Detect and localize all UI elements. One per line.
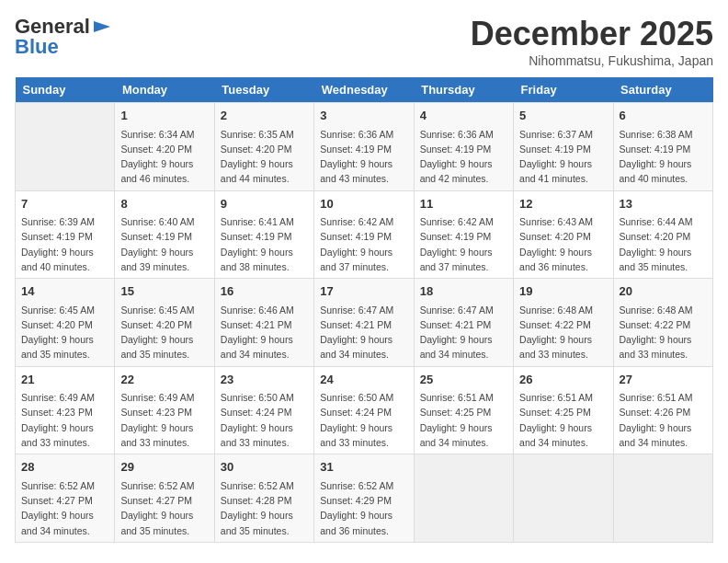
calendar-cell: 23Sunrise: 6:50 AMSunset: 4:24 PMDayligh… — [214, 366, 313, 454]
day-number: 3 — [320, 107, 407, 125]
calendar-cell: 27Sunrise: 6:51 AMSunset: 4:26 PMDayligh… — [613, 366, 712, 454]
calendar-cell: 19Sunrise: 6:48 AMSunset: 4:22 PMDayligh… — [514, 279, 613, 367]
day-info: Sunrise: 6:45 AMSunset: 4:20 PMDaylight:… — [21, 303, 108, 362]
day-info: Sunrise: 6:37 AMSunset: 4:19 PMDaylight:… — [519, 127, 607, 187]
column-header-friday: Friday — [514, 77, 613, 103]
day-number: 9 — [221, 195, 308, 213]
day-number: 15 — [120, 282, 208, 301]
logo-arrow-icon — [92, 17, 112, 36]
day-info: Sunrise: 6:43 AMSunset: 4:20 PMDaylight:… — [519, 214, 607, 274]
calendar-cell: 25Sunrise: 6:51 AMSunset: 4:25 PMDayligh… — [414, 366, 513, 454]
calendar-cell: 11Sunrise: 6:42 AMSunset: 4:19 PMDayligh… — [414, 190, 513, 279]
calendar-cell: 3Sunrise: 6:36 AMSunset: 4:19 PMDaylight… — [314, 103, 414, 191]
day-number: 23 — [221, 371, 308, 389]
day-number: 14 — [21, 282, 108, 301]
calendar-cell: 29Sunrise: 6:52 AMSunset: 4:27 PMDayligh… — [115, 454, 214, 543]
day-info: Sunrise: 6:44 AMSunset: 4:20 PMDaylight:… — [620, 214, 707, 274]
column-header-thursday: Thursday — [414, 77, 513, 103]
day-number: 8 — [120, 195, 208, 213]
day-number: 28 — [21, 458, 108, 477]
day-info: Sunrise: 6:42 AMSunset: 4:19 PMDaylight:… — [420, 214, 507, 274]
calendar-cell: 24Sunrise: 6:50 AMSunset: 4:24 PMDayligh… — [314, 366, 414, 454]
day-number: 17 — [320, 282, 407, 301]
day-number: 7 — [21, 195, 108, 213]
calendar-header-row: SundayMondayTuesdayWednesdayThursdayFrid… — [16, 77, 713, 103]
logo: General Blue — [15, 15, 112, 59]
calendar-cell: 5Sunrise: 6:37 AMSunset: 4:19 PMDaylight… — [514, 103, 613, 191]
day-info: Sunrise: 6:51 AMSunset: 4:26 PMDaylight:… — [620, 390, 707, 450]
calendar-cell: 2Sunrise: 6:35 AMSunset: 4:20 PMDaylight… — [214, 103, 313, 191]
calendar-week-row: 21Sunrise: 6:49 AMSunset: 4:23 PMDayligh… — [16, 366, 713, 454]
calendar-cell: 6Sunrise: 6:38 AMSunset: 4:19 PMDaylight… — [613, 103, 712, 191]
day-info: Sunrise: 6:52 AMSunset: 4:28 PMDaylight:… — [221, 478, 308, 538]
day-info: Sunrise: 6:47 AMSunset: 4:21 PMDaylight:… — [320, 303, 407, 362]
day-number: 29 — [120, 458, 208, 477]
day-info: Sunrise: 6:36 AMSunset: 4:19 PMDaylight:… — [420, 127, 507, 187]
calendar-cell: 12Sunrise: 6:43 AMSunset: 4:20 PMDayligh… — [514, 190, 613, 279]
day-number: 4 — [420, 107, 507, 125]
day-number: 1 — [120, 107, 208, 125]
column-header-saturday: Saturday — [613, 77, 712, 103]
day-info: Sunrise: 6:41 AMSunset: 4:19 PMDaylight:… — [221, 214, 308, 274]
day-info: Sunrise: 6:36 AMSunset: 4:19 PMDaylight:… — [320, 127, 407, 187]
column-header-wednesday: Wednesday — [314, 77, 414, 103]
day-number: 24 — [320, 371, 407, 389]
day-info: Sunrise: 6:49 AMSunset: 4:23 PMDaylight:… — [21, 390, 108, 450]
column-header-sunday: Sunday — [16, 77, 115, 103]
day-number: 5 — [519, 107, 607, 125]
title-block: December 2025 Nihommatsu, Fukushima, Jap… — [471, 15, 713, 68]
day-number: 13 — [620, 195, 707, 213]
day-number: 12 — [519, 195, 607, 213]
day-info: Sunrise: 6:35 AMSunset: 4:20 PMDaylight:… — [221, 127, 308, 187]
day-info: Sunrise: 6:47 AMSunset: 4:21 PMDaylight:… — [420, 303, 507, 362]
calendar-cell: 28Sunrise: 6:52 AMSunset: 4:27 PMDayligh… — [16, 454, 115, 543]
day-info: Sunrise: 6:51 AMSunset: 4:25 PMDaylight:… — [519, 390, 607, 450]
day-number: 18 — [420, 282, 507, 301]
calendar-cell: 13Sunrise: 6:44 AMSunset: 4:20 PMDayligh… — [613, 190, 712, 279]
calendar-cell: 30Sunrise: 6:52 AMSunset: 4:28 PMDayligh… — [214, 454, 313, 543]
calendar-cell: 8Sunrise: 6:40 AMSunset: 4:19 PMDaylight… — [115, 190, 214, 279]
calendar-week-row: 7Sunrise: 6:39 AMSunset: 4:19 PMDaylight… — [16, 190, 713, 279]
calendar-cell — [613, 454, 712, 543]
day-number: 6 — [620, 107, 707, 125]
day-info: Sunrise: 6:45 AMSunset: 4:20 PMDaylight:… — [120, 303, 208, 362]
day-number: 27 — [620, 371, 707, 389]
day-info: Sunrise: 6:34 AMSunset: 4:20 PMDaylight:… — [120, 127, 208, 187]
calendar-cell: 15Sunrise: 6:45 AMSunset: 4:20 PMDayligh… — [115, 279, 214, 367]
day-info: Sunrise: 6:52 AMSunset: 4:27 PMDaylight:… — [120, 478, 208, 538]
calendar-cell — [514, 454, 613, 543]
day-info: Sunrise: 6:39 AMSunset: 4:19 PMDaylight:… — [21, 214, 108, 274]
calendar-cell: 20Sunrise: 6:48 AMSunset: 4:22 PMDayligh… — [613, 279, 712, 367]
calendar-body: 1Sunrise: 6:34 AMSunset: 4:20 PMDaylight… — [16, 103, 713, 543]
day-number: 10 — [320, 195, 407, 213]
calendar-table: SundayMondayTuesdayWednesdayThursdayFrid… — [15, 77, 713, 543]
day-number: 31 — [320, 458, 407, 477]
day-info: Sunrise: 6:40 AMSunset: 4:19 PMDaylight:… — [120, 214, 208, 274]
day-number: 25 — [420, 371, 507, 389]
day-number: 21 — [21, 371, 108, 389]
calendar-cell: 17Sunrise: 6:47 AMSunset: 4:21 PMDayligh… — [314, 279, 414, 367]
day-number: 22 — [120, 371, 208, 389]
day-info: Sunrise: 6:38 AMSunset: 4:19 PMDaylight:… — [620, 127, 707, 187]
day-info: Sunrise: 6:52 AMSunset: 4:27 PMDaylight:… — [21, 478, 108, 538]
calendar-week-row: 1Sunrise: 6:34 AMSunset: 4:20 PMDaylight… — [16, 103, 713, 191]
day-number: 19 — [519, 282, 607, 301]
day-info: Sunrise: 6:48 AMSunset: 4:22 PMDaylight:… — [620, 303, 707, 362]
day-info: Sunrise: 6:50 AMSunset: 4:24 PMDaylight:… — [221, 390, 308, 450]
calendar-cell: 16Sunrise: 6:46 AMSunset: 4:21 PMDayligh… — [214, 279, 313, 367]
day-info: Sunrise: 6:50 AMSunset: 4:24 PMDaylight:… — [320, 390, 407, 450]
calendar-cell — [16, 103, 115, 191]
day-number: 26 — [519, 371, 607, 389]
day-info: Sunrise: 6:49 AMSunset: 4:23 PMDaylight:… — [120, 390, 208, 450]
calendar-cell: 1Sunrise: 6:34 AMSunset: 4:20 PMDaylight… — [115, 103, 214, 191]
calendar-cell: 7Sunrise: 6:39 AMSunset: 4:19 PMDaylight… — [16, 190, 115, 279]
calendar-cell — [414, 454, 513, 543]
calendar-cell: 9Sunrise: 6:41 AMSunset: 4:19 PMDaylight… — [214, 190, 313, 279]
day-number: 20 — [620, 282, 707, 301]
calendar-cell: 22Sunrise: 6:49 AMSunset: 4:23 PMDayligh… — [115, 366, 214, 454]
calendar-cell: 21Sunrise: 6:49 AMSunset: 4:23 PMDayligh… — [16, 366, 115, 454]
calendar-cell: 26Sunrise: 6:51 AMSunset: 4:25 PMDayligh… — [514, 366, 613, 454]
calendar-cell: 4Sunrise: 6:36 AMSunset: 4:19 PMDaylight… — [414, 103, 513, 191]
calendar-week-row: 14Sunrise: 6:45 AMSunset: 4:20 PMDayligh… — [16, 279, 713, 367]
logo-blue: Blue — [15, 35, 59, 59]
